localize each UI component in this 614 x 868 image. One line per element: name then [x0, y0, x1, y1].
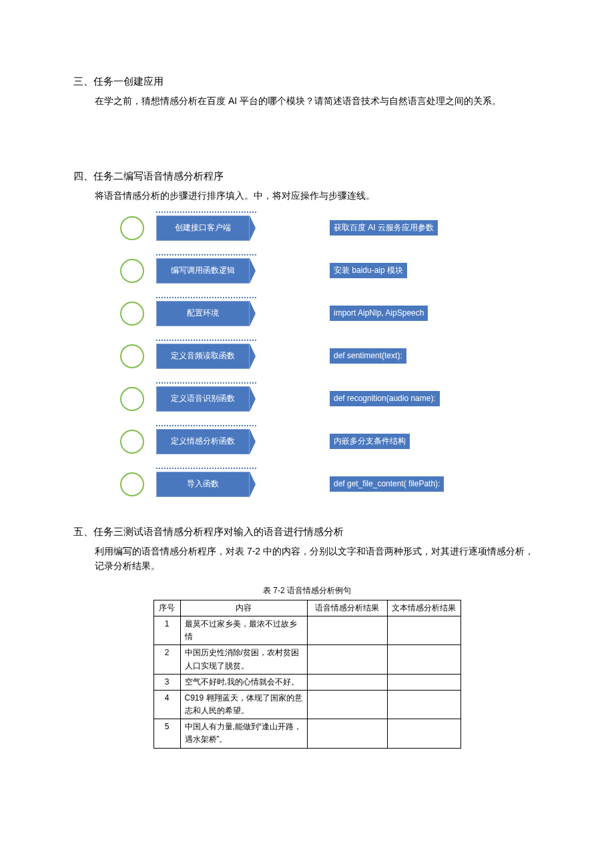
cell-text-result[interactable]	[387, 616, 460, 644]
match-row: 配置环境 import AipNlp, AipSpeech	[120, 301, 541, 326]
cell-voice-result[interactable]	[307, 674, 387, 690]
step-pill[interactable]: 配置环境	[156, 301, 250, 326]
order-circle[interactable]	[120, 216, 144, 240]
table-header-row: 序号 内容 语音情感分析结果 文本情感分析结果	[154, 600, 460, 616]
operation-label[interactable]: import AipNlp, AipSpeech	[330, 306, 428, 321]
operation-label[interactable]: 安装 baidu-aip 模块	[330, 263, 407, 278]
cell-seq: 3	[154, 674, 180, 690]
cell-content: 最莫不过家乡美，最浓不过故乡情	[180, 616, 307, 644]
header-text-result: 文本情感分析结果	[387, 600, 460, 616]
match-row: 定义音频读取函数 def sentiment(text):	[120, 344, 541, 369]
match-row: 定义情感分析函数 内嵌多分支条件结构	[120, 429, 541, 454]
section-4-body: 将语音情感分析的步骤进行排序填入。中，将对应操作与步骤连线。	[73, 188, 541, 203]
cell-voice-result[interactable]	[307, 719, 387, 748]
step-label: 配置环境	[187, 307, 219, 320]
cell-voice-result[interactable]	[307, 616, 387, 644]
step-label: 定义语音识别函数	[171, 392, 235, 405]
cell-seq: 5	[154, 719, 180, 748]
section-5-heading: 五、任务三测试语音情感分析程序对输入的语音进行情感分析	[73, 524, 541, 540]
cell-text-result[interactable]	[387, 674, 460, 690]
cell-seq: 4	[154, 690, 180, 719]
section-5-body: 利用编写的语音情感分析程序，对表 7-2 中的内容，分别以文字和语音两种形式，对…	[73, 544, 541, 574]
cell-voice-result[interactable]	[307, 645, 387, 674]
step-pill[interactable]: 定义语音识别函数	[156, 386, 250, 412]
order-circle[interactable]	[120, 430, 144, 454]
step-label: 定义情感分析函数	[171, 435, 235, 448]
cell-text-result[interactable]	[387, 645, 460, 674]
cell-voice-result[interactable]	[307, 690, 387, 719]
table-row: 5 中国人有力量,能做到“逢山开路，遇水架桥”。	[154, 719, 460, 748]
table-row: 1 最莫不过家乡美，最浓不过故乡情	[154, 616, 460, 644]
cell-text-result[interactable]	[387, 690, 460, 719]
table-row: 3 空气不好时,我的心情就会不好。	[154, 674, 460, 690]
cell-content: 中国人有力量,能做到“逢山开路，遇水架桥”。	[180, 719, 307, 748]
section-4-heading: 四、任务二编写语音情感分析程序	[73, 168, 541, 184]
cell-content: 空气不好时,我的心情就会不好。	[180, 674, 307, 690]
matching-exercise: 创建接口客户端 获取百度 AI 云服务应用参数 编写调用函数逻辑 安装 baid…	[73, 215, 541, 497]
section-5-text: 利用编写的语音情感分析程序，对表 7-2 中的内容，分别以文字和语音两种形式，对…	[95, 544, 541, 574]
section-3-heading: 三、任务一创建应用	[73, 73, 541, 89]
match-row: 编写调用函数逻辑 安装 baidu-aip 模块	[120, 258, 541, 284]
header-seq: 序号	[154, 600, 180, 616]
operation-label[interactable]: def sentiment(text):	[330, 348, 406, 364]
table-row: 4 C919 翱翔蓝天，体现了国家的意志和人民的希望。	[154, 690, 460, 719]
step-pill[interactable]: 导入函数	[156, 472, 250, 497]
cell-seq: 2	[154, 645, 180, 674]
operation-label[interactable]: def recognition(audio name):	[330, 391, 440, 406]
cell-content: C919 翱翔蓝天，体现了国家的意志和人民的希望。	[180, 690, 307, 719]
order-circle[interactable]	[120, 302, 144, 326]
match-row: 导入函数 def get_file_content( filePath):	[120, 472, 541, 497]
sentiment-table: 序号 内容 语音情感分析结果 文本情感分析结果 1 最莫不过家乡美，最浓不过故乡…	[154, 600, 461, 749]
table-row: 2 中国历史性消除/贫困，农村贫困人口实现了脱贫。	[154, 645, 460, 674]
operation-label[interactable]: 获取百度 AI 云服务应用参数	[330, 220, 438, 236]
step-label: 导入函数	[187, 478, 219, 490]
section-3-text: 在学之前，猜想情感分析在百度 AI 平台的哪个模块？请简述语音技术与自然语言处理…	[95, 93, 541, 108]
order-circle[interactable]	[120, 344, 144, 368]
section-4-text: 将语音情感分析的步骤进行排序填入。中，将对应操作与步骤连线。	[95, 188, 541, 203]
section-3-body: 在学之前，猜想情感分析在百度 AI 平台的哪个模块？请简述语音技术与自然语言处理…	[73, 93, 541, 108]
step-pill[interactable]: 定义情感分析函数	[156, 429, 250, 454]
step-label: 编写调用函数逻辑	[171, 264, 235, 277]
order-circle[interactable]	[120, 259, 144, 283]
step-pill[interactable]: 定义音频读取函数	[156, 344, 250, 369]
match-row: 定义语音识别函数 def recognition(audio name):	[120, 386, 541, 412]
step-pill[interactable]: 创建接口客户端	[156, 215, 250, 241]
header-voice-result: 语音情感分析结果	[307, 600, 387, 616]
order-circle[interactable]	[120, 387, 144, 411]
section-task-1: 三、任务一创建应用 在学之前，猜想情感分析在百度 AI 平台的哪个模块？请简述语…	[73, 73, 541, 108]
match-row: 创建接口客户端 获取百度 AI 云服务应用参数	[120, 215, 541, 241]
section-task-3: 五、任务三测试语音情感分析程序对输入的语音进行情感分析 利用编写的语音情感分析程…	[73, 524, 541, 749]
step-label: 定义音频读取函数	[171, 350, 235, 362]
step-label: 创建接口客户端	[175, 222, 231, 234]
cell-content: 中国历史性消除/贫困，农村贫困人口实现了脱贫。	[180, 645, 307, 674]
header-content: 内容	[180, 600, 307, 616]
cell-seq: 1	[154, 616, 180, 644]
section-task-2: 四、任务二编写语音情感分析程序 将语音情感分析的步骤进行排序填入。中，将对应操作…	[73, 168, 541, 496]
order-circle[interactable]	[120, 472, 144, 496]
table-caption: 表 7-2 语音情感分析例句	[73, 584, 541, 597]
step-pill[interactable]: 编写调用函数逻辑	[156, 258, 250, 284]
operation-label[interactable]: 内嵌多分支条件结构	[330, 434, 410, 449]
cell-text-result[interactable]	[387, 719, 460, 748]
operation-label[interactable]: def get_file_content( filePath):	[330, 476, 444, 492]
